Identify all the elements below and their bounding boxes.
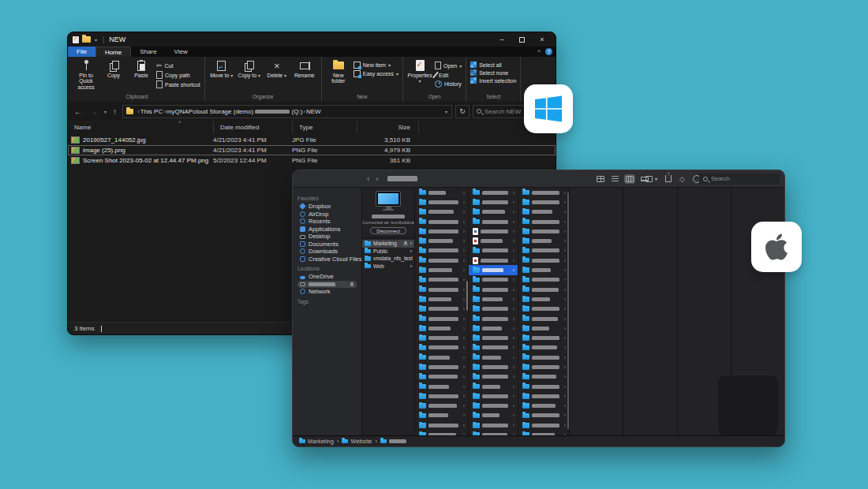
finder-forward-button[interactable]: › xyxy=(376,174,378,183)
address-box[interactable]: ›This PC›myQNAPcloud Storage (demo) (Q:)… xyxy=(122,105,452,118)
file-row[interactable]: 20190527_144052.jpg4/21/2023 4:41 PMJPG … xyxy=(68,135,556,145)
share-row-vmdata_nfs_test[interactable]: vmdata_nfs_test› xyxy=(362,255,414,263)
column-header-type[interactable]: Type xyxy=(292,121,357,133)
properties-button[interactable]: Properties ▾ xyxy=(407,58,432,84)
finder-file-row[interactable]: › xyxy=(415,362,468,371)
finder-file-row[interactable]: › xyxy=(518,430,569,435)
finder-file-row[interactable]: › xyxy=(518,294,569,304)
history-button[interactable]: History xyxy=(435,80,462,88)
finder-file-row[interactable]: › xyxy=(518,411,569,420)
column-header-size[interactable]: Size xyxy=(357,121,418,133)
finder-file-row[interactable]: › xyxy=(415,236,468,245)
close-button[interactable]: × xyxy=(533,32,551,47)
finder-file-row[interactable]: › xyxy=(518,226,569,236)
finder-file-row[interactable]: › xyxy=(415,372,468,382)
finder-file-row[interactable]: › xyxy=(518,372,569,382)
breadcrumb-item[interactable]: myQNAPcloud Storage (demo) (Q:) xyxy=(166,108,303,115)
finder-file-row[interactable]: › xyxy=(518,188,569,197)
finder-file-row[interactable]: › xyxy=(469,353,518,362)
quick-access-folder-icon[interactable] xyxy=(82,36,91,43)
move-to-button[interactable]: Move to ▾ xyxy=(209,58,234,78)
share-row-marketing[interactable]: Marketing› xyxy=(362,240,414,248)
sidebar-item-onedrive[interactable]: OneDrive xyxy=(297,273,357,281)
pin-to-quick-access-button[interactable]: Pin to Quick access xyxy=(73,58,99,90)
finder-file-row[interactable]: › xyxy=(415,256,468,265)
path-item[interactable]: Website xyxy=(342,438,372,445)
restore-button[interactable] xyxy=(519,37,525,43)
recent-locations-caret-icon[interactable]: ▾ xyxy=(103,109,107,114)
tab-home[interactable]: Home xyxy=(95,47,131,57)
finder-file-row[interactable]: › xyxy=(518,391,569,401)
collapse-ribbon-icon[interactable]: ^ xyxy=(537,48,541,55)
paste-shortcut-button[interactable]: Paste shortcut xyxy=(156,80,200,88)
finder-file-row[interactable]: › xyxy=(518,420,569,430)
finder-file-row[interactable]: › xyxy=(469,275,518,285)
finder-file-row[interactable]: › xyxy=(415,294,468,304)
edit-button[interactable]: Edit xyxy=(435,71,462,79)
finder-file-row[interactable]: › xyxy=(415,188,468,197)
finder-file-row[interactable]: › xyxy=(469,207,518,217)
finder-file-row[interactable]: › xyxy=(415,226,468,236)
finder-file-row[interactable]: › xyxy=(518,207,569,217)
disconnect-button[interactable]: Disconnect xyxy=(370,227,406,234)
tab-file[interactable]: File xyxy=(68,47,95,57)
finder-file-row[interactable]: › xyxy=(469,265,518,274)
scrollbar[interactable] xyxy=(466,281,469,311)
finder-file-row[interactable]: › xyxy=(415,304,468,314)
finder-file-row[interactable]: › xyxy=(518,333,569,342)
finder-file-row[interactable]: › xyxy=(415,430,468,435)
finder-file-row[interactable]: › xyxy=(469,285,518,294)
copy-button[interactable]: Copy xyxy=(101,58,126,78)
finder-file-row[interactable]: › xyxy=(469,304,518,314)
eject-icon[interactable] xyxy=(403,241,408,246)
breadcrumb-item[interactable]: This PC xyxy=(140,108,163,115)
easy-access-button[interactable]: Easy access ▾ xyxy=(354,70,398,77)
scrollbar[interactable] xyxy=(567,192,570,429)
finder-file-row[interactable]: › xyxy=(415,411,468,420)
finder-file-row[interactable]: › xyxy=(518,265,569,274)
finder-file-row[interactable]: › xyxy=(415,275,468,285)
delete-button[interactable]: × Delete ▾ xyxy=(264,58,290,78)
new-item-button[interactable]: New item ▾ xyxy=(354,62,398,69)
finder-file-row[interactable]: › xyxy=(469,401,518,411)
finder-file-row[interactable]: › xyxy=(518,353,569,362)
finder-file-row[interactable]: › xyxy=(469,420,518,430)
finder-file-row[interactable]: › xyxy=(415,343,468,353)
invert-selection-button[interactable]: Invert selection xyxy=(470,77,516,84)
finder-file-row[interactable]: › xyxy=(469,236,518,245)
file-row[interactable]: Screen Shot 2023-05-02 at 12.44.47 PM.pn… xyxy=(68,155,556,166)
finder-file-row[interactable]: › xyxy=(415,391,468,401)
finder-file-row[interactable]: › xyxy=(469,217,518,226)
finder-file-row[interactable]: › xyxy=(415,217,468,226)
finder-file-row[interactable]: › xyxy=(469,333,518,342)
select-none-button[interactable]: Select none xyxy=(470,69,516,76)
finder-file-row[interactable]: › xyxy=(415,246,468,256)
finder-file-row[interactable]: › xyxy=(469,391,518,401)
share-button[interactable] xyxy=(665,175,672,182)
select-all-button[interactable]: Select all xyxy=(470,62,516,68)
finder-file-row[interactable]: › xyxy=(415,207,468,217)
copy-to-button[interactable]: Copy to ▾ xyxy=(237,58,262,78)
finder-file-row[interactable]: › xyxy=(469,314,518,323)
finder-file-row[interactable]: › xyxy=(415,314,468,323)
finder-file-row[interactable]: › xyxy=(518,275,569,285)
quick-access-properties-icon[interactable] xyxy=(73,36,79,43)
finder-file-row[interactable]: › xyxy=(518,323,569,333)
column-view-button[interactable] xyxy=(624,174,635,184)
new-folder-button[interactable]: New folder xyxy=(326,58,351,84)
finder-file-row[interactable]: › xyxy=(469,382,518,391)
column-header-date-modified[interactable]: Date modified xyxy=(213,121,292,133)
finder-file-row[interactable]: › xyxy=(469,197,518,207)
finder-file-row[interactable]: › xyxy=(415,333,468,342)
finder-file-row[interactable]: › xyxy=(415,420,468,430)
finder-file-row[interactable]: › xyxy=(518,304,569,314)
finder-file-row[interactable]: › xyxy=(469,294,518,304)
open-button[interactable]: Open ▾ xyxy=(435,62,462,69)
eject-icon[interactable] xyxy=(350,281,354,288)
refresh-button[interactable]: ↻ xyxy=(455,105,470,118)
finder-search-field[interactable]: Search xyxy=(699,174,780,185)
cut-button[interactable]: ✂ Cut xyxy=(156,62,200,69)
sidebar-item-airdrop[interactable]: AirDrop xyxy=(297,211,357,218)
finder-file-row[interactable]: › xyxy=(415,382,468,391)
finder-file-row[interactable]: › xyxy=(518,382,569,391)
